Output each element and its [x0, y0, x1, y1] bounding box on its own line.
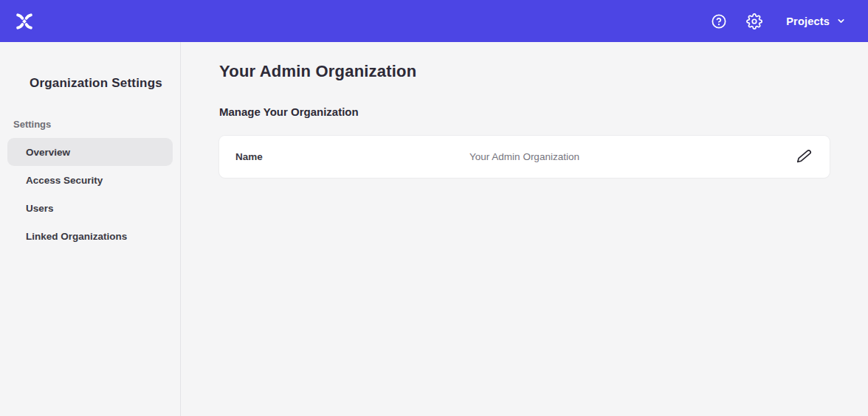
gear-icon	[746, 13, 762, 30]
help-button[interactable]	[711, 13, 727, 30]
sidebar-nav: Overview Access Security Users Linked Or…	[0, 138, 180, 250]
page-title: Your Admin Organization	[219, 62, 830, 81]
edit-name-button[interactable]	[795, 148, 813, 166]
sidebar-section-label: Settings	[13, 119, 180, 130]
page-body: Organization Settings Settings Overview …	[0, 42, 868, 416]
name-field-value: Your Admin Organization	[219, 151, 830, 162]
projects-menu-label: Projects	[786, 15, 830, 27]
top-bar: Projects	[0, 0, 868, 42]
sidebar-title: Organization Settings	[30, 76, 180, 91]
help-icon	[711, 13, 727, 30]
sidebar-item-overview[interactable]: Overview	[7, 138, 173, 166]
sidebar-item-access-security[interactable]: Access Security	[7, 166, 173, 194]
pencil-icon	[796, 149, 812, 164]
sidebar-item-users[interactable]: Users	[7, 194, 173, 222]
settings-sidebar: Organization Settings Settings Overview …	[0, 42, 181, 416]
brand-logo-button[interactable]	[13, 11, 35, 32]
main-content: Your Admin Organization Manage Your Orga…	[181, 42, 868, 416]
section-title: Manage Your Organization	[219, 105, 830, 118]
name-field-row: Name Your Admin Organization	[219, 136, 830, 178]
chevron-down-icon	[836, 16, 846, 26]
settings-button[interactable]	[746, 13, 762, 30]
sidebar-item-linked-organizations[interactable]: Linked Organizations	[7, 222, 173, 250]
x-logo-icon	[13, 11, 35, 32]
name-field-label: Name	[235, 151, 263, 162]
projects-menu-button[interactable]: Projects	[782, 15, 850, 28]
topbar-actions: Projects	[711, 13, 850, 30]
